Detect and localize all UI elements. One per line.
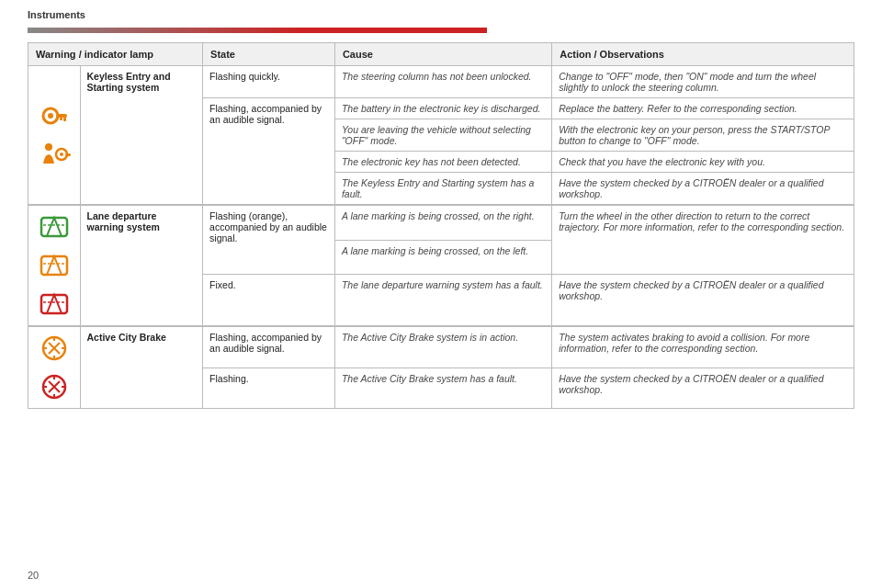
keyless-state-1: Flashing quickly.	[203, 66, 335, 98]
svg-rect-9	[41, 218, 67, 236]
lane-state-1: Flashing (orange), accompanied by an aud…	[203, 205, 335, 275]
keyless-cause-4: The electronic key has not been detected…	[334, 152, 551, 173]
acb-icon-red	[38, 370, 71, 403]
acb-state-1: Flashing, accompanied by an audible sign…	[203, 326, 335, 368]
svg-point-7	[60, 153, 63, 156]
col-header-cause: Cause	[334, 43, 551, 66]
keyless-cause-3: You are leaving the vehicle without sele…	[334, 119, 551, 152]
svg-point-1	[48, 113, 53, 119]
page-number: 20	[28, 570, 39, 581]
keyless-icon-2	[38, 138, 71, 171]
col-header-action: Action / Observations	[552, 43, 854, 66]
keyless-action-5: Have the system checked by a CITROËN dea…	[552, 173, 854, 206]
warning-table: Warning / indicator lamp State Cause Act…	[28, 42, 854, 409]
icon-cell-keyless	[28, 66, 81, 206]
keyless-cause-1: The steering column has not been unlocke…	[334, 66, 551, 98]
keyless-cause-5: The Keyless Entry and Starting system ha…	[334, 173, 551, 206]
icon-cell-acb	[28, 326, 81, 409]
svg-rect-3	[63, 118, 66, 121]
svg-point-5	[45, 143, 52, 151]
keyless-icon-1	[38, 99, 71, 132]
keyless-action-1: Change to "OFF" mode, then "ON" mode and…	[552, 66, 854, 98]
lane-action-3: Have the system checked by a CITROËN dea…	[552, 275, 854, 326]
header-stripe	[28, 28, 487, 33]
header-bar: Instruments	[28, 9, 854, 20]
lane-cause-3: The lane departure warning system has a …	[334, 275, 551, 326]
lane-action-1: Turn the wheel in the other direction to…	[552, 205, 854, 275]
col-header-state: State	[203, 43, 335, 66]
page: Instruments Warning / indicator lamp Sta…	[0, 0, 882, 588]
lane-icon-green	[38, 210, 71, 243]
col-header-lamp: Warning / indicator lamp	[28, 43, 203, 66]
svg-rect-2	[56, 114, 67, 118]
acb-icon-orange	[38, 332, 71, 365]
acb-cause-1: The Active City Brake system is in actio…	[334, 326, 551, 368]
svg-rect-8	[65, 153, 71, 156]
lane-cause-2: A lane marking is being crossed, on the …	[334, 240, 551, 274]
acb-action-1: The system activates braking to avoid a …	[552, 326, 854, 368]
lane-name: Lane departure warning system	[80, 205, 203, 326]
table-row: Keyless Entry and Starting system Flashi…	[28, 66, 854, 98]
lane-icon-orange	[38, 249, 71, 282]
keyless-name: Keyless Entry and Starting system	[80, 66, 203, 206]
svg-rect-10	[41, 256, 67, 275]
keyless-cause-2: The battery in the electronic key is dis…	[334, 98, 551, 119]
lane-icon-red	[38, 288, 71, 321]
keyless-action-4: Check that you have the electronic key w…	[552, 152, 854, 173]
acb-name: Active City Brake	[80, 326, 203, 409]
lane-state-3: Fixed.	[203, 275, 335, 326]
svg-rect-4	[60, 118, 62, 120]
keyless-state-2: Flashing, accompanied by an audible sign…	[203, 98, 335, 206]
table-row: Lane departure warning system Flashing (…	[28, 205, 854, 240]
icon-cell-lane	[28, 205, 81, 326]
keyless-action-3: With the electronic key on your person, …	[552, 119, 854, 152]
table-row: Active City Brake Flashing, accompanied …	[28, 326, 854, 368]
acb-cause-2: The Active City Brake system has a fault…	[334, 368, 551, 408]
svg-rect-11	[41, 295, 67, 313]
lane-cause-1: A lane marking is being crossed, on the …	[334, 205, 551, 240]
keyless-action-2: Replace the battery. Refer to the corres…	[552, 98, 854, 119]
acb-state-2: Flashing.	[203, 368, 335, 408]
acb-action-2: Have the system checked by a CITROËN dea…	[552, 368, 854, 408]
page-title: Instruments	[28, 9, 854, 20]
